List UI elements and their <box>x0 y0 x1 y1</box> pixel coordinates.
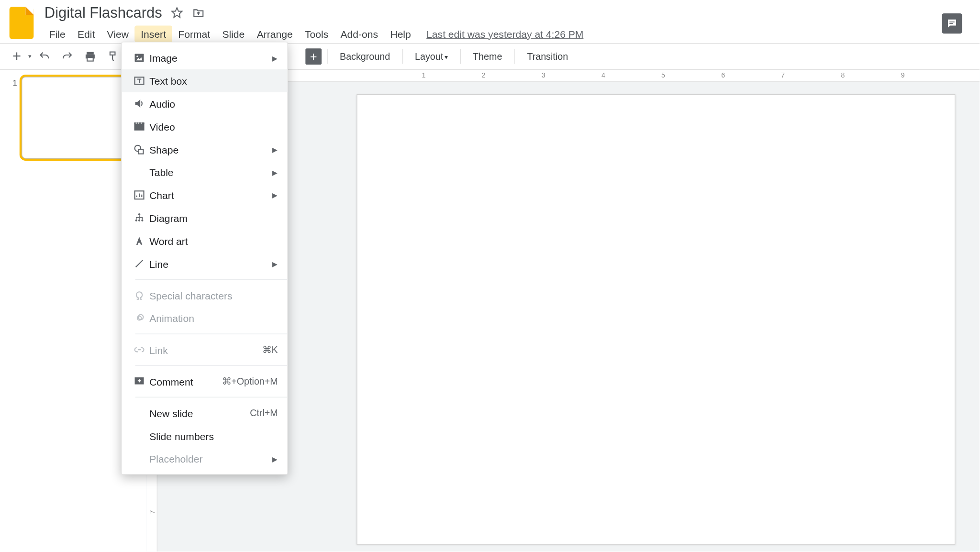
insert-link: Link ⌘K <box>122 338 287 361</box>
ruler-tick: 7 <box>149 510 156 514</box>
open-comments-button[interactable] <box>942 13 962 33</box>
undo-button[interactable] <box>34 46 55 66</box>
menu-separator <box>135 397 288 397</box>
theme-button[interactable]: Theme <box>466 46 509 66</box>
special-characters-icon <box>131 289 147 301</box>
menu-help[interactable]: Help <box>384 25 417 42</box>
menu-addons[interactable]: Add-ons <box>334 25 384 42</box>
layout-button[interactable]: Layout▾ <box>408 46 455 66</box>
insert-placeholder: Placeholder ▶ <box>122 447 287 470</box>
svg-rect-6 <box>110 52 115 55</box>
print-button[interactable] <box>80 46 100 66</box>
submenu-arrow-icon: ▶ <box>272 191 278 199</box>
insert-audio[interactable]: Audio <box>122 92 287 115</box>
menu-view[interactable]: View <box>101 25 135 42</box>
redo-button[interactable] <box>57 46 78 66</box>
ruler-tick: 3 <box>542 71 546 78</box>
svg-rect-5 <box>87 57 93 61</box>
line-icon <box>131 257 147 269</box>
insert-comment[interactable]: Comment ⌘+Option+M <box>122 370 287 393</box>
ruler-tick: 2 <box>482 71 486 78</box>
submenu-arrow-icon: ▶ <box>272 455 278 462</box>
comment-icon <box>131 375 147 387</box>
insert-new-slide[interactable]: New slide Ctrl+M <box>122 401 287 424</box>
wordart-icon <box>131 235 147 247</box>
svg-rect-1 <box>949 22 955 22</box>
titlebar: Digital Flashcards File Edit View Insert… <box>0 0 980 43</box>
insert-special-characters: Special characters <box>122 284 287 307</box>
audio-icon <box>131 98 147 110</box>
menu-edit[interactable]: Edit <box>71 25 101 42</box>
svg-rect-28 <box>139 379 140 382</box>
insert-diagram[interactable]: Diagram <box>122 207 287 230</box>
ruler-tick: 6 <box>721 71 725 78</box>
textbox-icon <box>131 75 147 87</box>
menu-arrange[interactable]: Arrange <box>251 25 299 42</box>
menu-format[interactable]: Format <box>172 25 216 42</box>
svg-point-21 <box>138 220 140 221</box>
menu-separator <box>135 333 288 334</box>
slides-logo[interactable] <box>10 7 34 39</box>
transition-button[interactable]: Transition <box>520 46 575 66</box>
svg-rect-3 <box>87 52 94 55</box>
menu-separator <box>135 279 288 279</box>
svg-point-22 <box>141 220 143 221</box>
menu-file[interactable]: File <box>43 25 71 42</box>
paint-format-button[interactable] <box>103 46 123 66</box>
slide-number: 1 <box>5 77 17 159</box>
ruler-tick: 4 <box>601 71 605 78</box>
link-icon <box>131 343 147 355</box>
shortcut-text: ⌘+Option+M <box>222 376 278 386</box>
ruler-tick: 7 <box>781 71 785 78</box>
shortcut-text: Ctrl+M <box>250 408 278 418</box>
shortcut-text: ⌘K <box>262 344 278 355</box>
last-edit-text[interactable]: Last edit was yesterday at 4:26 PM <box>426 28 583 39</box>
new-slide-dropdown-icon[interactable]: ▾ <box>28 53 32 60</box>
insert-slide-numbers[interactable]: Slide numbers <box>122 424 287 447</box>
insert-line[interactable]: Line ▶ <box>122 252 287 275</box>
svg-rect-2 <box>949 23 953 24</box>
image-icon <box>131 52 147 64</box>
insert-image[interactable]: Image ▶ <box>122 46 287 69</box>
move-to-folder-icon[interactable] <box>190 5 207 21</box>
insert-wordart[interactable]: Word art <box>122 229 287 252</box>
svg-rect-11 <box>134 123 144 131</box>
submenu-arrow-icon: ▶ <box>272 145 278 153</box>
menu-insert[interactable]: Insert <box>135 25 172 42</box>
video-icon <box>131 121 147 132</box>
diagram-icon <box>131 212 147 224</box>
svg-point-19 <box>138 213 140 215</box>
svg-point-9 <box>136 55 138 57</box>
insert-shape[interactable]: Shape ▶ <box>122 138 287 161</box>
new-slide-button[interactable]: + <box>7 46 27 66</box>
toolbar-separator <box>514 49 515 64</box>
svg-rect-14 <box>138 122 139 123</box>
insert-animation: Animation <box>122 307 287 330</box>
menu-slide[interactable]: Slide <box>216 25 251 42</box>
svg-point-20 <box>135 220 137 221</box>
menu-tools[interactable]: Tools <box>299 25 334 42</box>
ruler-tick: 5 <box>661 71 665 78</box>
svg-rect-7 <box>135 54 144 62</box>
svg-rect-15 <box>141 122 142 123</box>
submenu-arrow-icon: ▶ <box>272 54 278 61</box>
toolbar-separator <box>460 49 460 64</box>
ruler-tick: 8 <box>841 71 845 78</box>
insert-chart[interactable]: Chart ▶ <box>122 184 287 207</box>
ruler-tick: 9 <box>901 71 905 78</box>
add-comment-icon[interactable]: + <box>305 48 322 65</box>
background-button[interactable]: Background <box>333 46 397 66</box>
submenu-arrow-icon: ▶ <box>272 168 278 176</box>
toolbar-separator <box>402 49 402 64</box>
star-icon[interactable] <box>169 5 185 21</box>
animation-icon <box>131 312 147 324</box>
svg-line-23 <box>136 260 143 267</box>
svg-marker-0 <box>172 8 182 17</box>
slide-canvas[interactable] <box>356 94 955 545</box>
document-title[interactable]: Digital Flashcards <box>43 4 163 22</box>
insert-table[interactable]: Table ▶ <box>122 161 287 184</box>
insert-textbox[interactable]: Text box <box>122 69 287 92</box>
insert-video[interactable]: Video <box>122 115 287 138</box>
svg-rect-17 <box>139 149 143 154</box>
shape-icon <box>131 143 147 155</box>
